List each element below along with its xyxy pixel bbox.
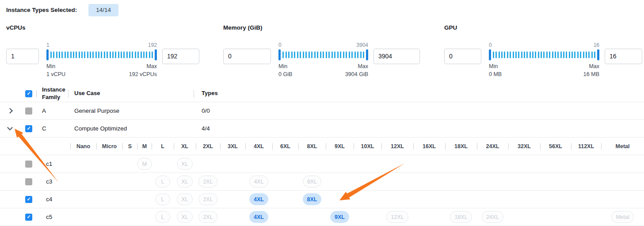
instance-checkbox-c3[interactable] <box>25 178 32 185</box>
pill-c4-2xl[interactable]: 2XL <box>198 193 217 205</box>
select-all-checkbox[interactable] <box>25 90 32 97</box>
pill-c5-l[interactable]: L <box>155 211 170 223</box>
selected-count-label: Instance Types Selected: <box>6 7 77 13</box>
size-header-24xl: 24XL <box>477 138 508 155</box>
filter-vcpus: vCPUs 1 192 Min 1 vCPU Max <box>6 24 223 79</box>
slider-min-caption: Min <box>46 62 65 71</box>
slider-ticks <box>493 52 595 58</box>
gpu-max-input[interactable] <box>605 49 642 64</box>
slider-ticks <box>50 52 153 58</box>
pill-c4-xl[interactable]: XL <box>177 193 192 205</box>
size-header-112xl: 112XL <box>571 138 601 155</box>
pill-c4-4xl[interactable]: 4XL <box>249 193 268 205</box>
slider-track[interactable] <box>278 50 368 61</box>
pill-c3-4xl[interactable]: 4XL <box>249 176 268 188</box>
slider-track[interactable] <box>489 50 599 61</box>
slider-tick <box>107 52 108 58</box>
pill-c1-m[interactable]: M <box>137 158 152 170</box>
pill-c5-18xl[interactable]: 18XL <box>450 211 472 223</box>
slider-tick <box>586 52 587 58</box>
size-header-9xl: 9XL <box>326 138 354 155</box>
slider-tick <box>363 52 364 58</box>
instance-row-c5: c5LXL2XL4XL9XL12XL18XL24XLMetal <box>0 208 644 226</box>
instance-checkbox-c4[interactable] <box>25 196 32 203</box>
slider-tick <box>314 52 316 58</box>
memory-max-input[interactable] <box>373 49 420 64</box>
pill-c5-2xl[interactable]: 2XL <box>198 211 217 223</box>
slider-tick <box>53 52 54 58</box>
table-header-row: Instance Family Use Case Types <box>0 85 644 102</box>
slider-tick <box>294 52 295 58</box>
slider-handle-min[interactable] <box>489 50 491 61</box>
slider-tick <box>305 52 307 58</box>
slider-tick <box>521 52 522 58</box>
pill-c3-8xl[interactable]: 8XL <box>303 176 321 188</box>
slider-tick <box>95 52 97 58</box>
slider-max-detail: 16 MB <box>583 70 599 79</box>
slider-track[interactable] <box>46 50 157 61</box>
pill-c5-12xl[interactable]: 12XL <box>386 211 408 223</box>
expand-chevron-icon[interactable] <box>7 108 13 114</box>
vcpus-min-input[interactable] <box>6 49 39 64</box>
family-checkbox-c[interactable] <box>25 125 32 132</box>
pill-c4-l[interactable]: L <box>155 193 170 205</box>
pill-c1-xl[interactable]: XL <box>177 158 192 170</box>
slider-tick <box>309 52 310 58</box>
use-case: General Purpose <box>68 107 194 114</box>
pill-c5-metal[interactable]: Metal <box>611 211 634 223</box>
slider-handle-max[interactable] <box>155 50 157 61</box>
slider-max-caption: Max <box>129 62 157 71</box>
family-name: C <box>36 125 68 132</box>
use-case: Compute Optimized <box>68 125 194 132</box>
gpu-slider: 0 16 Min 0 MB Max 16 MB <box>489 42 599 79</box>
slider-tick <box>566 52 567 58</box>
slider-tick <box>524 52 525 58</box>
slider-tick <box>591 52 593 58</box>
collapse-chevron-icon[interactable] <box>7 125 13 130</box>
slider-handle-max[interactable] <box>366 50 368 61</box>
slider-tick <box>311 52 312 58</box>
slider-tick <box>101 52 102 58</box>
slider-tick <box>137 52 139 58</box>
slider-tick <box>110 52 111 58</box>
pill-c4-8xl[interactable]: 8XL <box>303 193 322 205</box>
size-header-10xl: 10XL <box>354 138 381 155</box>
slider-tick <box>530 52 531 58</box>
family-row-c: CCompute Optimized4/4 <box>0 120 644 138</box>
gpu-min-input[interactable] <box>444 49 481 64</box>
slider-min-label: 0 <box>489 42 492 48</box>
instance-checkbox-c1[interactable] <box>25 161 32 168</box>
size-header-12xl: 12XL <box>381 138 413 155</box>
slider-tick <box>288 52 290 58</box>
slider-handle-min[interactable] <box>278 50 281 61</box>
filter-label: vCPUs <box>6 24 223 31</box>
slider-tick <box>337 52 339 58</box>
pill-c5-24xl[interactable]: 24XL <box>482 211 503 223</box>
column-header-family: Instance Family <box>36 86 68 101</box>
pill-c5-9xl[interactable]: 9XL <box>330 211 349 223</box>
slider-tick <box>79 52 80 58</box>
pill-c3-l[interactable]: L <box>155 176 170 188</box>
memory-min-input[interactable] <box>223 49 271 64</box>
vcpus-slider: 1 192 Min 1 vCPU Max 192 vCPUs <box>46 42 157 79</box>
slider-handle-min[interactable] <box>46 50 49 61</box>
instance-name: c4 <box>36 196 52 203</box>
slider-handle-max[interactable] <box>597 50 599 61</box>
instance-type-selector: Instance Types Selected: 14/14 vCPUs 1 1… <box>0 0 644 226</box>
pill-c3-2xl[interactable]: 2XL <box>198 176 217 188</box>
column-header-types: Types <box>194 90 644 97</box>
vcpus-max-input[interactable] <box>162 49 199 64</box>
family-checkbox-a[interactable] <box>25 107 32 115</box>
pill-c3-xl[interactable]: XL <box>177 176 192 188</box>
slider-tick <box>557 52 559 58</box>
size-header-row: NanoMicroSMLXL2XL3XL4XL6XL8XL9XL10XL12XL… <box>0 138 644 155</box>
slider-tick <box>84 52 85 58</box>
topbar: Instance Types Selected: 14/14 <box>0 0 644 16</box>
slider-tick <box>588 52 590 58</box>
slider-tick <box>135 52 136 58</box>
slider-tick <box>303 52 304 58</box>
instance-checkbox-c5[interactable] <box>25 214 32 221</box>
pill-c5-xl[interactable]: XL <box>177 211 192 223</box>
slider-max-label: 16 <box>594 42 599 48</box>
pill-c5-4xl[interactable]: 4XL <box>249 211 268 223</box>
